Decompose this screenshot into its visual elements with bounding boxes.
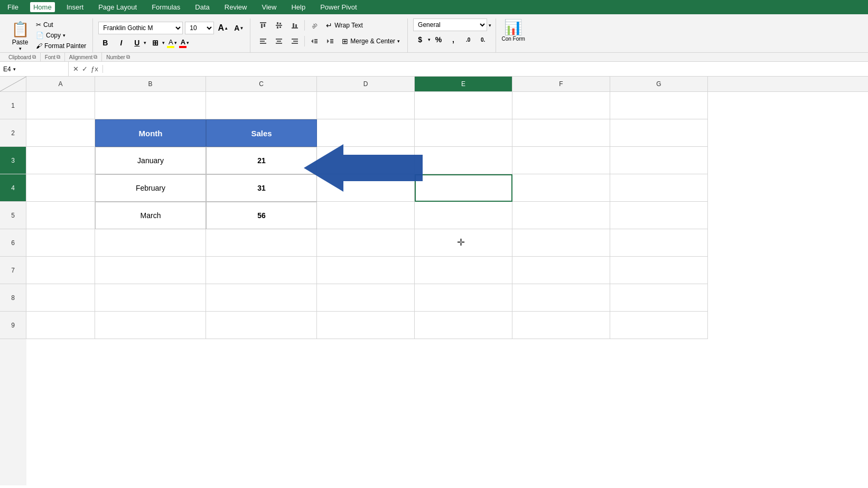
row-header-3[interactable]: 3 (0, 147, 26, 174)
cell-c2[interactable]: Sales (206, 119, 317, 147)
cell-g6[interactable] (610, 229, 708, 257)
cell-d6[interactable] (317, 229, 415, 257)
border-button[interactable]: ⊞ (148, 36, 162, 49)
cell-c4[interactable]: 31 (206, 174, 317, 202)
cell-e5[interactable] (415, 202, 512, 229)
cell-a7[interactable] (26, 257, 95, 284)
cell-c1[interactable] (206, 92, 317, 119)
decrease-decimal-button[interactable]: 0. (476, 33, 490, 46)
row-header-9[interactable]: 9 (0, 312, 26, 339)
menu-view[interactable]: View (258, 2, 279, 12)
copy-button[interactable]: 📄 Copy ▾ (34, 31, 88, 40)
number-format-select[interactable]: General (413, 18, 487, 31)
underline-dropdown[interactable]: ▾ (144, 40, 146, 45)
row-header-7[interactable]: 7 (0, 257, 26, 284)
format-painter-button[interactable]: 🖌 Format Painter (34, 41, 88, 51)
underline-button[interactable]: U (130, 36, 144, 49)
cell-b3[interactable]: January (95, 147, 206, 174)
percent-button[interactable]: % (432, 33, 445, 46)
font-size-select[interactable]: 10 (185, 22, 214, 34)
cell-g5[interactable] (610, 202, 708, 229)
cell-c6[interactable] (206, 229, 317, 257)
cell-f9[interactable] (512, 312, 610, 339)
conform-button[interactable]: 📊 Con Form (501, 18, 525, 42)
clipboard-expand-icon[interactable]: ⧉ (32, 54, 36, 60)
menu-home[interactable]: Home (30, 2, 55, 12)
font-color-button[interactable]: A ▾ (179, 38, 189, 48)
merge-dropdown[interactable]: ▾ (397, 39, 400, 44)
cell-a2[interactable] (26, 119, 95, 147)
wrap-text-button[interactable]: ↵ Wrap Text (323, 18, 366, 32)
cell-e9[interactable] (415, 312, 512, 339)
menu-formulas[interactable]: Formulas (148, 2, 183, 12)
increase-decimal-button[interactable]: .0 (461, 33, 475, 46)
bottom-align-button[interactable] (287, 18, 302, 32)
col-header-d[interactable]: D (317, 77, 415, 91)
cell-b5[interactable]: March (95, 202, 206, 229)
merge-center-button[interactable]: ⊞ Merge & Center ▾ (339, 34, 403, 48)
cell-e6[interactable]: ✛ (415, 229, 512, 257)
cell-a6[interactable] (26, 229, 95, 257)
cell-c9[interactable] (206, 312, 317, 339)
row-header-1[interactable]: 1 (0, 92, 26, 119)
cell-f4[interactable] (512, 174, 610, 202)
name-box[interactable]: E4 ▾ (0, 62, 69, 76)
menu-review[interactable]: Review (221, 2, 250, 12)
menu-data[interactable]: Data (192, 2, 212, 12)
cell-d4[interactable] (317, 174, 415, 202)
name-box-dropdown[interactable]: ▾ (13, 67, 16, 72)
menu-file[interactable]: File (4, 2, 22, 12)
cell-g8[interactable] (610, 284, 708, 312)
align-right-button[interactable] (287, 34, 302, 48)
number-expand-icon[interactable]: ⧉ (126, 54, 130, 60)
col-header-f[interactable]: F (512, 77, 610, 91)
comma-button[interactable]: , (446, 33, 460, 46)
cell-d3[interactable] (317, 147, 415, 174)
cell-b2[interactable]: Month (95, 119, 206, 147)
cell-c5[interactable]: 56 (206, 202, 317, 229)
decrease-indent-button[interactable] (307, 34, 322, 48)
cell-f3[interactable] (512, 147, 610, 174)
row-header-5[interactable]: 5 (0, 202, 26, 229)
cell-e8[interactable] (415, 284, 512, 312)
cell-f2[interactable] (512, 119, 610, 147)
col-header-e[interactable]: E (415, 77, 512, 91)
italic-button[interactable]: I (114, 36, 128, 49)
menu-help[interactable]: Help (288, 2, 309, 12)
alignment-expand-icon[interactable]: ⧉ (94, 54, 97, 60)
cell-g9[interactable] (610, 312, 708, 339)
row-header-2[interactable]: 2 (0, 119, 26, 147)
border-dropdown[interactable]: ▾ (162, 40, 165, 45)
bold-button[interactable]: B (98, 36, 112, 49)
number-format-dropdown[interactable]: ▾ (489, 23, 491, 28)
row-header-4[interactable]: 4 (0, 174, 26, 202)
cell-c7[interactable] (206, 257, 317, 284)
middle-align-button[interactable] (272, 18, 286, 32)
cell-f6[interactable] (512, 229, 610, 257)
cell-e2[interactable] (415, 119, 512, 147)
cell-a1[interactable] (26, 92, 95, 119)
cell-c8[interactable] (206, 284, 317, 312)
cell-b6[interactable] (95, 229, 206, 257)
dollar-sign-button[interactable]: $ (413, 33, 427, 46)
cut-button[interactable]: ✂ Cut (34, 20, 88, 30)
paste-dropdown-arrow[interactable]: ▾ (19, 46, 22, 51)
confirm-icon[interactable]: ✓ (82, 65, 88, 73)
function-icon[interactable]: ƒx (91, 65, 98, 73)
align-left-button[interactable] (256, 34, 270, 48)
col-header-b[interactable]: B (95, 77, 206, 91)
cell-e1[interactable] (415, 92, 512, 119)
increase-font-button[interactable]: A▲ (216, 22, 230, 34)
cell-a8[interactable] (26, 284, 95, 312)
font-name-select[interactable]: Franklin Gothic M (98, 22, 183, 34)
copy-dropdown-arrow[interactable]: ▾ (63, 33, 66, 38)
cell-d9[interactable] (317, 312, 415, 339)
align-center-button[interactable] (272, 34, 286, 48)
cell-g4[interactable] (610, 174, 708, 202)
cell-g1[interactable] (610, 92, 708, 119)
cell-f8[interactable] (512, 284, 610, 312)
cell-d5[interactable] (317, 202, 415, 229)
cell-d2[interactable] (317, 119, 415, 147)
row-header-6[interactable]: 6 (0, 229, 26, 257)
cell-b9[interactable] (95, 312, 206, 339)
